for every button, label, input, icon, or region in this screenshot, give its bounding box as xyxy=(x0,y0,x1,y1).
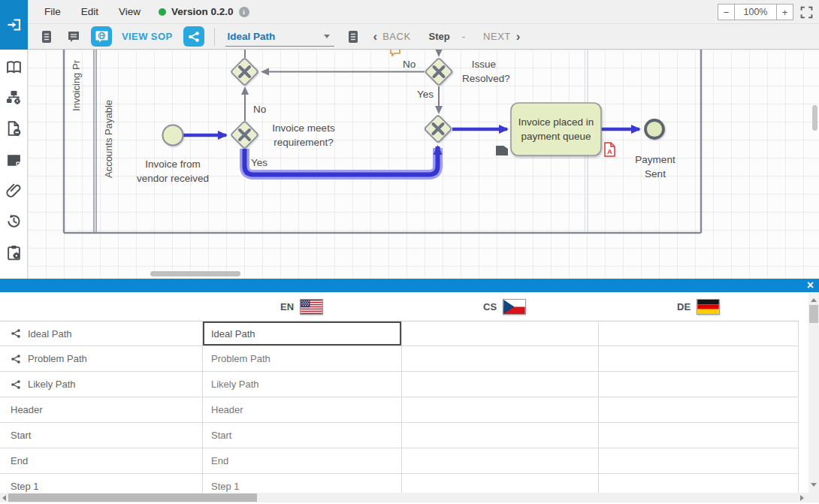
canvas-vertical-scrollbar[interactable] xyxy=(812,105,817,131)
book-icon[interactable] xyxy=(6,60,22,76)
cell-cs[interactable] xyxy=(402,346,599,371)
row-label-text: Header xyxy=(11,404,43,415)
row-label-likely-path: Likely Path xyxy=(0,372,203,397)
sop-document-icon[interactable] xyxy=(346,30,360,44)
menu-edit[interactable]: Edit xyxy=(81,6,98,17)
cell-de[interactable] xyxy=(599,448,799,473)
version-indicator: Version 0.2.0 i xyxy=(159,6,249,17)
view-sop-button[interactable]: VIEW SOP xyxy=(122,31,173,42)
share-button[interactable] xyxy=(183,26,204,47)
gateway-merge-top[interactable] xyxy=(231,58,258,86)
start-event-label-2: vendor received xyxy=(137,173,209,184)
gateway-issue[interactable] xyxy=(425,58,453,86)
gateway-merge-2[interactable] xyxy=(425,115,452,143)
language-header-row: EN CS DE xyxy=(0,292,799,321)
panel-title-bar: × xyxy=(0,279,819,292)
chevron-right-icon: › xyxy=(516,30,521,43)
cell-de[interactable] xyxy=(599,372,799,397)
gateway-issue-label-1: Issue xyxy=(472,59,496,70)
cell-de[interactable] xyxy=(599,321,799,346)
zoom-out-button[interactable]: − xyxy=(718,4,735,20)
comment-icon[interactable] xyxy=(67,30,80,44)
path-selector[interactable]: Ideal Path xyxy=(225,27,334,47)
canvas-horizontal-scrollbar[interactable] xyxy=(150,271,240,276)
label-yes-2: Yes xyxy=(417,89,434,100)
pdf-file-icon[interactable]: A xyxy=(605,143,615,156)
history-icon[interactable] xyxy=(6,213,22,229)
row-label-problem-path: Problem Path xyxy=(0,346,203,371)
menu-view[interactable]: View xyxy=(119,6,141,17)
chat-globe-icon xyxy=(95,30,109,44)
diagram-canvas[interactable]: Invoicing Pr Accounts Payable Invoice fr… xyxy=(28,50,819,279)
row-label-text: Problem Path xyxy=(28,353,87,364)
cell-de[interactable] xyxy=(599,423,799,448)
cell-de[interactable] xyxy=(599,346,799,371)
cell-de[interactable] xyxy=(599,397,799,422)
info-icon[interactable]: i xyxy=(239,7,249,17)
paperclip-icon[interactable] xyxy=(6,183,22,198)
row-label-text: Start xyxy=(11,430,31,441)
comment-marker-icon[interactable] xyxy=(391,50,400,56)
flow-gear-icon[interactable] xyxy=(6,90,22,106)
file-remove-icon[interactable] xyxy=(6,121,22,137)
cell-en[interactable]: Problem Path xyxy=(203,346,402,371)
row-label-text: Likely Path xyxy=(28,379,76,390)
cell-en[interactable]: Start xyxy=(203,423,402,448)
share-icon xyxy=(188,31,200,43)
task-label-1: Invoice placed in xyxy=(518,116,594,128)
table-row: Header Header xyxy=(0,397,799,423)
back-button[interactable]: BACK xyxy=(382,31,410,42)
panel-scrollbar-thumb[interactable] xyxy=(809,305,818,323)
document-icon[interactable] xyxy=(40,30,53,44)
end-event[interactable] xyxy=(645,120,663,138)
menu-file[interactable]: File xyxy=(44,6,61,17)
end-event-label-1: Payment xyxy=(635,154,675,165)
chevron-down-icon xyxy=(324,35,330,38)
next-button[interactable]: NEXT xyxy=(483,31,511,42)
panel-vertical-scrollbar[interactable] xyxy=(808,292,819,493)
zoom-controls: − 100% + xyxy=(718,4,813,20)
page-horizontal-scrollbar[interactable] xyxy=(0,493,819,502)
pool-invoicing-process[interactable]: Invoicing Pr Accounts Payable xyxy=(64,50,701,233)
scroll-right-icon[interactable] xyxy=(800,495,804,501)
table-row: Start Start xyxy=(0,423,799,448)
cell-en[interactable]: End xyxy=(203,448,402,473)
start-event[interactable] xyxy=(163,125,183,146)
gateway-requirement[interactable] xyxy=(231,121,258,149)
cell-en[interactable]: Header xyxy=(203,397,402,422)
task-payment-queue[interactable] xyxy=(511,103,601,155)
gateway-requirement-label-2: requirement? xyxy=(274,137,334,148)
start-event-label-1: Invoice from xyxy=(145,158,201,170)
gateway-requirement-label-1: Invoice meets xyxy=(272,122,335,134)
app-logo-button[interactable] xyxy=(0,0,28,50)
fullscreen-icon[interactable] xyxy=(800,6,813,19)
scroll-down-icon[interactable] xyxy=(811,483,817,487)
page-scrollbar-thumb[interactable] xyxy=(8,493,257,502)
zoom-in-button[interactable]: + xyxy=(776,4,793,20)
row-label-start: Start xyxy=(0,423,203,448)
scroll-up-icon[interactable] xyxy=(811,298,817,302)
row-label-text: End xyxy=(11,455,28,466)
close-icon[interactable]: × xyxy=(807,279,814,292)
cell-en[interactable]: Likely Path xyxy=(203,372,402,397)
zoom-level-value[interactable]: 100% xyxy=(735,4,776,20)
table-row: Ideal Path xyxy=(0,321,799,346)
cell-cs[interactable] xyxy=(402,423,599,448)
translate-chat-globe-button[interactable] xyxy=(91,26,112,47)
note-icon[interactable] xyxy=(6,152,22,168)
cell-cs[interactable] xyxy=(402,321,599,346)
path-share-icon xyxy=(11,328,21,339)
translation-input-en[interactable] xyxy=(203,321,401,346)
german-flag-icon xyxy=(697,299,720,315)
scroll-left-icon[interactable] xyxy=(2,495,6,501)
row-label-end: End xyxy=(0,448,203,473)
pool-label: Invoicing Pr xyxy=(71,59,82,111)
attachment-document-icon[interactable] xyxy=(496,146,508,155)
cell-cs[interactable] xyxy=(402,397,599,422)
left-sidebar xyxy=(0,0,28,279)
row-label-text: Step 1 xyxy=(11,481,39,492)
row-label-header: Header xyxy=(0,397,203,422)
cell-cs[interactable] xyxy=(402,372,599,397)
cell-cs[interactable] xyxy=(402,448,599,473)
clipboard-gear-icon[interactable] xyxy=(6,245,22,261)
